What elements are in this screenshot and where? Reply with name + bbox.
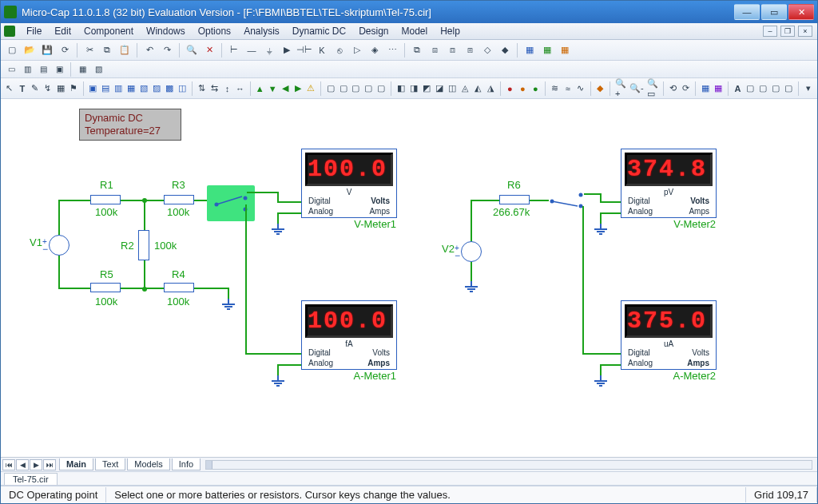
view-6[interactable]: ▧ xyxy=(91,62,105,77)
menu-model[interactable]: Model xyxy=(395,24,435,38)
component-r3[interactable] xyxy=(164,195,194,204)
sc-19[interactable]: ▢ xyxy=(338,81,349,97)
component-switch-1[interactable] xyxy=(207,185,255,221)
bus-tool[interactable]: ↯ xyxy=(42,81,54,97)
sc-33[interactable]: ● xyxy=(530,81,541,97)
sc-27[interactable]: ◫ xyxy=(447,81,458,97)
tool-wire[interactable]: — xyxy=(244,42,260,58)
component-v1[interactable]: +− xyxy=(49,235,69,256)
tool-opamp[interactable]: ▷ xyxy=(349,42,365,58)
tool-resistor[interactable]: ⊢ xyxy=(226,42,242,58)
sc-44[interactable]: ▢ xyxy=(757,81,768,97)
component-r5[interactable] xyxy=(90,283,121,292)
close-button[interactable]: ✕ xyxy=(788,4,814,20)
arrow-tool[interactable]: ↖ xyxy=(4,81,15,97)
zoom-out-button[interactable]: 🔍- xyxy=(629,81,645,97)
sc-31[interactable]: ● xyxy=(504,81,515,97)
sc-4[interactable]: ▦ xyxy=(125,81,137,97)
new-button[interactable]: ▢ xyxy=(4,42,20,58)
sc-3[interactable]: ▥ xyxy=(113,81,124,97)
sc-10[interactable]: ⇆ xyxy=(209,81,220,97)
undo-button[interactable]: ↶ xyxy=(141,42,157,58)
sc-11[interactable]: ↕ xyxy=(222,81,233,97)
sc-46[interactable]: ▢ xyxy=(783,81,794,97)
tool-source[interactable]: ⎋ xyxy=(332,42,347,58)
sc-2[interactable]: ▤ xyxy=(100,81,111,97)
menu-design[interactable]: Design xyxy=(352,24,395,38)
sheet-nav-next[interactable]: ▶ xyxy=(30,459,42,470)
tool-ground[interactable]: ⏚ xyxy=(261,42,277,58)
sheet-nav-prev[interactable]: ◀ xyxy=(16,459,29,470)
horizontal-scrollbar[interactable] xyxy=(205,460,812,470)
sc-24[interactable]: ◨ xyxy=(408,81,419,97)
mdi-restore-button[interactable]: ❐ xyxy=(780,26,795,37)
meter-ameter1[interactable]: 100.0 fA DigitalVolts AnalogAmps A-Meter… xyxy=(301,300,397,370)
text-tool[interactable]: T xyxy=(17,81,28,97)
sheet-tab-text[interactable]: Text xyxy=(95,458,125,470)
zoom-fit-button[interactable]: 🔍 xyxy=(184,42,200,58)
save-button[interactable]: 💾 xyxy=(39,42,55,58)
sc-8[interactable]: ◫ xyxy=(177,81,188,97)
menu-analysis[interactable]: Analysis xyxy=(237,24,286,38)
menu-dynamic-dc[interactable]: Dynamic DC xyxy=(286,24,352,38)
tool-not[interactable]: ◈ xyxy=(367,42,383,58)
redo-button[interactable]: ↷ xyxy=(159,42,175,58)
maximize-button[interactable]: ▭ xyxy=(761,4,787,20)
view-2[interactable]: ▥ xyxy=(20,62,34,77)
sc-34[interactable]: ≋ xyxy=(550,81,561,97)
minimize-button[interactable]: — xyxy=(734,4,760,20)
tool-cap[interactable]: ⊣⊢ xyxy=(296,42,312,58)
mode-5[interactable]: ◇ xyxy=(479,42,495,58)
view-4[interactable]: ▣ xyxy=(52,62,66,77)
tool-diode[interactable]: ▶ xyxy=(279,42,295,58)
menu-edit[interactable]: Edit xyxy=(48,24,77,38)
tool-more[interactable]: ⋯ xyxy=(384,42,400,58)
sc-40[interactable]: ▦ xyxy=(700,81,711,97)
mode-1[interactable]: ⧉ xyxy=(409,42,425,58)
sc-26[interactable]: ◪ xyxy=(434,81,445,97)
layer-2[interactable]: ▦ xyxy=(539,42,555,58)
schematic-area[interactable]: Dynamic DC Temperature=27 +− V1 R1 100k … xyxy=(1,99,817,471)
sc-17[interactable]: ⚠ xyxy=(305,81,316,97)
sc-12[interactable]: ↔ xyxy=(235,81,246,97)
delete-button[interactable]: ✕ xyxy=(201,42,217,58)
sc-5[interactable]: ▧ xyxy=(138,81,149,97)
sc-45[interactable]: ▢ xyxy=(770,81,781,97)
component-r1[interactable] xyxy=(90,195,121,204)
sc-43[interactable]: ▢ xyxy=(745,81,756,97)
menu-file[interactable]: File xyxy=(20,24,48,38)
meter-ameter2[interactable]: 375.0 uA DigitalVolts AnalogAmps A-Meter… xyxy=(621,300,717,370)
meter-vmeter2[interactable]: 374.8 pV DigitalVolts AnalogAmps V-Meter… xyxy=(621,149,717,218)
cut-button[interactable]: ✂ xyxy=(81,42,97,58)
sc-9[interactable]: ⇅ xyxy=(197,81,208,97)
sc-16[interactable]: ▶ xyxy=(292,81,304,97)
component-r2[interactable] xyxy=(138,230,149,260)
sc-23[interactable]: ◧ xyxy=(395,81,407,97)
menu-options[interactable]: Options xyxy=(192,24,237,38)
flag-tool[interactable]: ⚑ xyxy=(68,81,79,97)
mdi-minimize-button[interactable]: – xyxy=(763,26,777,37)
view-1[interactable]: ▭ xyxy=(4,62,18,77)
sc-35[interactable]: ≈ xyxy=(562,81,574,97)
wire-tool[interactable]: ✎ xyxy=(30,81,41,97)
zoom-in-button[interactable]: 🔍+ xyxy=(614,81,627,97)
mode-4[interactable]: ⧆ xyxy=(462,42,478,58)
component-switch-2[interactable] xyxy=(549,189,584,213)
sheet-tab-main[interactable]: Main xyxy=(59,458,93,470)
component-v2[interactable]: +− xyxy=(461,241,482,262)
sc-14[interactable]: ▼ xyxy=(267,81,278,97)
paste-button[interactable]: 📋 xyxy=(117,42,133,58)
sc-1[interactable]: ▣ xyxy=(87,81,98,97)
tool-npn[interactable]: K xyxy=(314,42,330,58)
simulation-info-box[interactable]: Dynamic DC Temperature=27 xyxy=(79,109,181,141)
sc-6[interactable]: ▨ xyxy=(151,81,162,97)
meter-vmeter1[interactable]: 100.0 V DigitalVolts AnalogAmps V-Meter1 xyxy=(301,149,397,218)
sheet-nav-first[interactable]: ⏮ xyxy=(2,459,15,470)
sc-18[interactable]: ▢ xyxy=(325,81,336,97)
sc-32[interactable]: ● xyxy=(517,81,528,97)
sc-7[interactable]: ▩ xyxy=(164,81,175,97)
sc-20[interactable]: ▢ xyxy=(351,81,362,97)
file-tab[interactable]: Tel-75.cir xyxy=(4,473,58,485)
menu-help[interactable]: Help xyxy=(434,24,467,38)
sc-38[interactable]: ⟲ xyxy=(667,81,678,97)
